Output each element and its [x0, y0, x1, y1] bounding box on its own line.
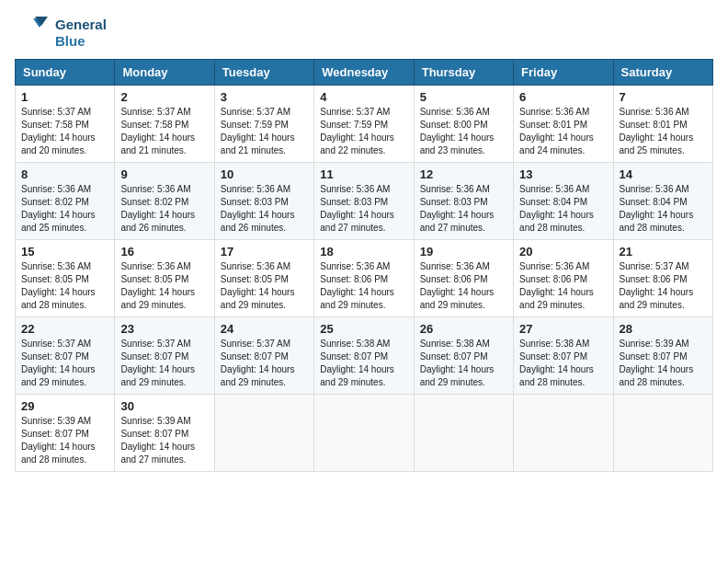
calendar-cell: 16Sunrise: 5:36 AMSunset: 8:05 PMDayligh… — [115, 240, 214, 317]
day-info: Sunrise: 5:37 AMSunset: 8:07 PMDaylight:… — [120, 338, 208, 389]
day-info: Sunrise: 5:38 AMSunset: 8:07 PMDaylight:… — [420, 338, 507, 389]
calendar-cell — [314, 395, 414, 472]
day-number: 29 — [21, 399, 108, 413]
calendar-cell: 4Sunrise: 5:37 AMSunset: 7:59 PMDaylight… — [314, 86, 414, 163]
day-number: 9 — [120, 167, 208, 181]
calendar-cell: 17Sunrise: 5:36 AMSunset: 8:05 PMDayligh… — [214, 240, 313, 317]
calendar-week-row: 22Sunrise: 5:37 AMSunset: 8:07 PMDayligh… — [16, 317, 713, 395]
day-number: 20 — [519, 245, 607, 259]
calendar-cell — [613, 395, 712, 472]
day-number: 4 — [320, 90, 407, 104]
day-info: Sunrise: 5:37 AMSunset: 7:59 PMDaylight:… — [221, 106, 308, 157]
day-info: Sunrise: 5:38 AMSunset: 8:07 PMDaylight:… — [320, 338, 407, 389]
day-info: Sunrise: 5:36 AMSunset: 8:02 PMDaylight:… — [21, 183, 108, 235]
day-info: Sunrise: 5:36 AMSunset: 8:01 PMDaylight:… — [519, 106, 607, 157]
day-info: Sunrise: 5:36 AMSunset: 8:02 PMDaylight:… — [120, 183, 208, 235]
day-info: Sunrise: 5:37 AMSunset: 8:06 PMDaylight:… — [620, 260, 707, 312]
day-info: Sunrise: 5:37 AMSunset: 8:07 PMDaylight:… — [21, 338, 108, 389]
day-number: 23 — [120, 322, 208, 336]
calendar-cell: 15Sunrise: 5:36 AMSunset: 8:05 PMDayligh… — [16, 240, 115, 317]
day-info: Sunrise: 5:36 AMSunset: 8:03 PMDaylight:… — [420, 183, 507, 235]
weekday-header: Friday — [514, 60, 613, 86]
day-info: Sunrise: 5:37 AMSunset: 7:58 PMDaylight:… — [120, 106, 208, 157]
calendar-cell: 8Sunrise: 5:36 AMSunset: 8:02 PMDaylight… — [16, 163, 115, 240]
calendar-cell: 26Sunrise: 5:38 AMSunset: 8:07 PMDayligh… — [414, 317, 513, 395]
calendar-cell: 12Sunrise: 5:36 AMSunset: 8:03 PMDayligh… — [414, 163, 513, 240]
day-number: 8 — [21, 167, 108, 181]
day-info: Sunrise: 5:39 AMSunset: 8:07 PMDaylight:… — [21, 415, 108, 466]
day-number: 15 — [21, 245, 108, 259]
calendar-week-row: 1Sunrise: 5:37 AMSunset: 7:58 PMDaylight… — [16, 86, 713, 163]
calendar-cell: 14Sunrise: 5:36 AMSunset: 8:04 PMDayligh… — [613, 163, 712, 240]
calendar-week-row: 15Sunrise: 5:36 AMSunset: 8:05 PMDayligh… — [16, 240, 713, 317]
logo: General Blue — [15, 15, 107, 52]
day-info: Sunrise: 5:36 AMSunset: 8:05 PMDaylight:… — [221, 260, 308, 312]
day-number: 12 — [420, 167, 507, 181]
calendar-cell: 9Sunrise: 5:36 AMSunset: 8:02 PMDaylight… — [115, 163, 214, 240]
day-info: Sunrise: 5:36 AMSunset: 8:05 PMDaylight:… — [21, 260, 108, 312]
day-info: Sunrise: 5:36 AMSunset: 8:05 PMDaylight:… — [120, 260, 208, 312]
day-info: Sunrise: 5:37 AMSunset: 7:59 PMDaylight:… — [320, 106, 407, 157]
calendar-cell: 25Sunrise: 5:38 AMSunset: 8:07 PMDayligh… — [314, 317, 414, 395]
day-number: 30 — [120, 399, 208, 413]
day-info: Sunrise: 5:36 AMSunset: 8:00 PMDaylight:… — [420, 106, 507, 157]
logo-text: General Blue — [55, 17, 107, 50]
calendar-cell: 21Sunrise: 5:37 AMSunset: 8:06 PMDayligh… — [613, 240, 712, 317]
calendar-week-row: 29Sunrise: 5:39 AMSunset: 8:07 PMDayligh… — [16, 395, 713, 472]
day-number: 26 — [420, 322, 507, 336]
calendar-cell: 6Sunrise: 5:36 AMSunset: 8:01 PMDaylight… — [514, 86, 613, 163]
calendar-cell: 19Sunrise: 5:36 AMSunset: 8:06 PMDayligh… — [414, 240, 513, 317]
day-number: 2 — [120, 90, 208, 104]
calendar-cell: 20Sunrise: 5:36 AMSunset: 8:06 PMDayligh… — [514, 240, 613, 317]
day-number: 6 — [519, 90, 607, 104]
day-number: 18 — [320, 245, 407, 259]
day-info: Sunrise: 5:36 AMSunset: 8:04 PMDaylight:… — [620, 183, 707, 235]
calendar-cell — [514, 395, 613, 472]
day-number: 11 — [320, 167, 407, 181]
calendar-cell — [214, 395, 313, 472]
day-number: 16 — [120, 245, 208, 259]
day-number: 25 — [320, 322, 407, 336]
calendar-cell: 29Sunrise: 5:39 AMSunset: 8:07 PMDayligh… — [16, 395, 115, 472]
day-number: 27 — [519, 322, 607, 336]
calendar-cell: 18Sunrise: 5:36 AMSunset: 8:06 PMDayligh… — [314, 240, 414, 317]
day-number: 21 — [620, 245, 707, 259]
day-info: Sunrise: 5:36 AMSunset: 8:06 PMDaylight:… — [320, 260, 407, 312]
day-number: 13 — [519, 167, 607, 181]
day-info: Sunrise: 5:36 AMSunset: 8:03 PMDaylight:… — [320, 183, 407, 235]
day-info: Sunrise: 5:38 AMSunset: 8:07 PMDaylight:… — [519, 338, 607, 389]
day-number: 19 — [420, 245, 507, 259]
weekday-header: Monday — [115, 60, 214, 86]
weekday-header: Wednesday — [314, 60, 414, 86]
day-info: Sunrise: 5:39 AMSunset: 8:07 PMDaylight:… — [620, 338, 707, 389]
day-number: 1 — [21, 90, 108, 104]
calendar-cell: 30Sunrise: 5:39 AMSunset: 8:07 PMDayligh… — [115, 395, 214, 472]
calendar-cell: 10Sunrise: 5:36 AMSunset: 8:03 PMDayligh… — [214, 163, 313, 240]
weekday-header: Saturday — [613, 60, 712, 86]
calendar-cell: 22Sunrise: 5:37 AMSunset: 8:07 PMDayligh… — [16, 317, 115, 395]
calendar-cell: 13Sunrise: 5:36 AMSunset: 8:04 PMDayligh… — [514, 163, 613, 240]
day-number: 24 — [221, 322, 308, 336]
calendar-cell: 24Sunrise: 5:37 AMSunset: 8:07 PMDayligh… — [214, 317, 313, 395]
calendar-cell: 11Sunrise: 5:36 AMSunset: 8:03 PMDayligh… — [314, 163, 414, 240]
day-number: 22 — [21, 322, 108, 336]
weekday-header: Thursday — [414, 60, 513, 86]
weekday-header: Sunday — [16, 60, 115, 86]
day-number: 28 — [620, 322, 707, 336]
calendar-cell: 3Sunrise: 5:37 AMSunset: 7:59 PMDaylight… — [214, 86, 313, 163]
day-info: Sunrise: 5:36 AMSunset: 8:06 PMDaylight:… — [519, 260, 607, 312]
calendar-cell: 7Sunrise: 5:36 AMSunset: 8:01 PMDaylight… — [613, 86, 712, 163]
calendar-cell — [414, 395, 513, 472]
calendar-cell: 2Sunrise: 5:37 AMSunset: 7:58 PMDaylight… — [115, 86, 214, 163]
logo-graphic — [15, 15, 48, 52]
day-info: Sunrise: 5:37 AMSunset: 7:58 PMDaylight:… — [21, 106, 108, 157]
day-number: 5 — [420, 90, 507, 104]
day-number: 14 — [620, 167, 707, 181]
calendar-week-row: 8Sunrise: 5:36 AMSunset: 8:02 PMDaylight… — [16, 163, 713, 240]
day-number: 3 — [221, 90, 308, 104]
weekday-header: Tuesday — [214, 60, 313, 86]
page-header: General Blue — [15, 15, 713, 52]
day-number: 7 — [620, 90, 707, 104]
calendar-cell: 27Sunrise: 5:38 AMSunset: 8:07 PMDayligh… — [514, 317, 613, 395]
day-number: 17 — [221, 245, 308, 259]
